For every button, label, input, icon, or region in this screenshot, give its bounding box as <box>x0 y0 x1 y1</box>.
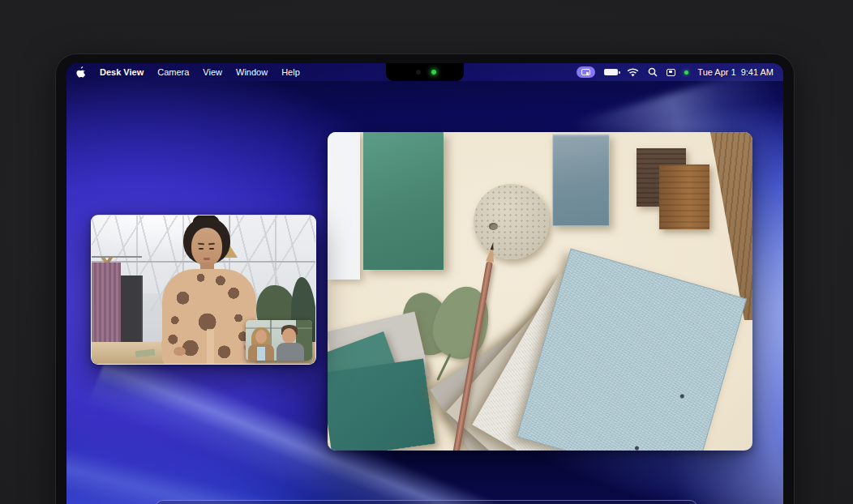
fabric-snap <box>679 394 684 399</box>
screenshot-stage: Desk View Camera View Window Help <box>0 0 853 504</box>
fabric-swatch-blue <box>517 249 747 451</box>
macbook-display: Desk View Camera View Window Help <box>55 53 795 504</box>
color-chip-sage <box>135 349 156 357</box>
blue-gray-ceramic-tile <box>552 134 610 226</box>
menu-bar-left: Desk View Camera View Window Help <box>76 66 300 78</box>
presenter-face <box>191 228 222 266</box>
bottom-window-edge[interactable] <box>156 500 697 504</box>
mouth <box>204 258 210 260</box>
presenter-overlay-indicator-icon[interactable] <box>577 66 595 78</box>
menu-bar-status: Tue Apr 1 9:41 AM <box>577 66 774 78</box>
camera-active-indicator <box>684 70 688 75</box>
oak-wood-sample <box>659 164 709 229</box>
spotlight-search-icon[interactable] <box>648 67 658 77</box>
menu-view[interactable]: View <box>203 67 222 77</box>
battery-icon[interactable] <box>604 69 618 75</box>
eye <box>199 248 204 250</box>
menu-help[interactable]: Help <box>281 67 300 77</box>
presenter-person <box>161 216 258 365</box>
teal-paint-chip-dark <box>328 359 435 451</box>
white-tile <box>328 132 360 280</box>
menu-bar-clock[interactable]: Tue Apr 1 9:41 AM <box>697 67 774 77</box>
eyebrow <box>208 243 215 246</box>
remote-woman-shirt <box>257 347 265 361</box>
felt-disc-hole <box>489 223 498 230</box>
wifi-icon[interactable] <box>627 68 639 77</box>
remote-woman-face <box>255 330 267 344</box>
presenter-left-hand <box>174 347 186 356</box>
fabric-snap <box>635 446 640 451</box>
facetime-video-window[interactable] <box>91 215 316 365</box>
pip-remote-participants[interactable] <box>246 320 312 361</box>
blouse-placket <box>207 329 214 365</box>
green-ceramic-tile <box>363 132 444 270</box>
remote-man-sweater <box>276 343 304 361</box>
date-label: Tue Apr 1 <box>697 67 735 77</box>
menu-window[interactable]: Window <box>236 67 268 77</box>
eye <box>209 248 214 250</box>
control-center-icon[interactable] <box>667 69 675 76</box>
camera-notch <box>386 63 464 81</box>
camera-in-use-led <box>431 70 436 75</box>
remote-man-face <box>282 328 296 344</box>
desk-view-window[interactable] <box>328 132 752 451</box>
time-label: 9:41 AM <box>741 67 774 77</box>
screen-share-glyph <box>581 69 590 75</box>
menu-camera[interactable]: Camera <box>157 67 189 77</box>
apple-menu-icon[interactable] <box>76 66 86 78</box>
screen: Desk View Camera View Window Help <box>66 63 783 504</box>
eyebrow <box>198 243 204 246</box>
menu-app-name[interactable]: Desk View <box>100 67 144 77</box>
facetime-camera-icon <box>416 70 421 75</box>
felt-disc <box>474 184 549 259</box>
